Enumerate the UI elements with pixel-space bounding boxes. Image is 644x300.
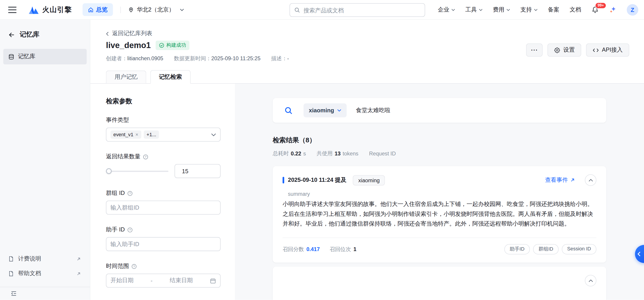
result-count-input[interactable] <box>174 164 220 178</box>
search-params-panel: 检索参数 事件类型 event_v1 × +1... 返回结果数量 ? <box>90 84 235 300</box>
hamburger-menu-icon[interactable] <box>8 6 16 13</box>
top-navigation-bar: 火山引擎 总览 华北2（北京） 企业 <box>0 0 644 20</box>
accent-bar <box>282 177 284 183</box>
search-icon <box>294 7 300 13</box>
desc-label: 描述： <box>271 55 287 62</box>
region-selector[interactable]: 华北2（北京） <box>128 6 184 13</box>
event-type-tag: event_v1 × <box>110 130 141 138</box>
sidebar-header: 记忆库 <box>0 20 90 39</box>
event-type-select[interactable]: event_v1 × +1... <box>106 128 220 142</box>
summary-label: summary <box>288 191 596 197</box>
volcengine-logo[interactable]: 火山引擎 <box>29 5 72 14</box>
tab-user-memory[interactable]: 用户记忆 <box>106 71 146 83</box>
tag-assistant-id[interactable]: 助手ID <box>504 244 530 254</box>
query-text[interactable]: 食堂太难吃啦 <box>356 107 390 114</box>
sidebar-link-help[interactable]: 帮助文档 <box>0 266 90 281</box>
time-range-picker[interactable]: 开始日期 - 结束日期 <box>106 274 220 288</box>
menu-docs[interactable]: 文档 <box>570 6 581 13</box>
recall-rank: 召回位次 1 <box>330 246 356 253</box>
recall-score: 召回分数 0.417 <box>282 246 320 253</box>
breadcrumb-back[interactable]: 返回记忆库列表 <box>106 30 152 37</box>
home-icon <box>88 7 94 12</box>
menu-enterprise[interactable]: 企业 <box>438 6 455 13</box>
params-title: 检索参数 <box>106 97 220 106</box>
external-link-icon <box>76 271 81 276</box>
memory-db-icon <box>8 53 14 59</box>
view-event-link[interactable]: 查看事件 <box>545 176 575 184</box>
notification-badge: 99+ <box>595 2 606 8</box>
slider-track <box>106 171 168 172</box>
code-icon <box>593 47 599 53</box>
left-sidebar: 记忆库 记忆库 计费说明 帮助文档 <box>0 20 90 300</box>
tag-session-id[interactable]: Session ID <box>562 244 596 254</box>
nav-overview-button[interactable]: 总览 <box>83 3 113 16</box>
chevron-down-icon <box>180 8 184 11</box>
group-id-input[interactable] <box>110 204 216 211</box>
api-access-button[interactable]: API接入 <box>586 43 629 57</box>
svg-text:?: ? <box>145 155 146 159</box>
sidebar-item-label: 记忆库 <box>18 53 35 60</box>
location-pin-icon <box>128 7 134 12</box>
collapse-card-button[interactable] <box>585 174 596 186</box>
menu-support[interactable]: 支持 <box>520 6 538 13</box>
ai-sparkle-icon[interactable] <box>609 6 616 13</box>
top-right-menu: 企业 工具 费用 支持 备案 文档 99+ <box>438 0 638 20</box>
user-avatar[interactable]: Z <box>627 4 638 15</box>
sidebar-link-billing[interactable]: 计费说明 <box>0 252 90 266</box>
global-search[interactable] <box>290 3 425 17</box>
assistant-id-label: 助手 ID ? <box>106 226 220 234</box>
assistant-id-input[interactable] <box>110 241 216 248</box>
sidebar-title: 记忆库 <box>20 30 39 39</box>
question-circle-icon[interactable]: ? <box>132 264 137 269</box>
creator-value: litianchen.0905 <box>127 55 163 62</box>
menu-tools[interactable]: 工具 <box>466 6 482 13</box>
question-circle-icon[interactable]: ? <box>127 227 133 233</box>
close-icon[interactable]: × <box>136 132 138 137</box>
sidebar-item-memory[interactable]: 记忆库 <box>4 49 87 64</box>
main-content: 返回记忆库列表 live_demo1 构建成功 创建者：litianchen.0… <box>90 20 644 300</box>
end-date-placeholder[interactable]: 结束日期 <box>170 277 193 285</box>
menu-icp[interactable]: 备案 <box>548 6 559 13</box>
collapse-sidebar-icon <box>10 291 17 297</box>
start-date-placeholder[interactable]: 开始日期 <box>110 277 134 285</box>
chevron-down-icon <box>211 133 216 136</box>
page-meta: 创建者：litianchen.0905 数据更新时间：2025-09-10 11… <box>106 55 289 62</box>
external-link-icon <box>570 178 575 183</box>
divider <box>120 6 121 13</box>
global-search-input[interactable] <box>304 7 420 13</box>
svg-text:?: ? <box>129 228 131 231</box>
page-header: 返回记忆库列表 live_demo1 构建成功 创建者：litianchen.0… <box>90 20 644 84</box>
region-label: 华北2（北京） <box>137 6 174 13</box>
event-type-more-tag: +1... <box>144 130 159 138</box>
sidebar-footer: 计费说明 帮助文档 <box>0 252 90 281</box>
settings-button[interactable]: 设置 <box>548 43 581 57</box>
result-count-slider[interactable] <box>106 168 168 174</box>
more-button[interactable]: ··· <box>526 43 543 57</box>
menu-billing[interactable]: 费用 <box>493 6 510 13</box>
collapse-card-button[interactable] <box>585 275 596 287</box>
back-arrow-icon[interactable] <box>8 31 15 38</box>
updated-value: 2025-09-10 11:25:25 <box>211 55 260 62</box>
notifications[interactable]: 99+ <box>592 6 599 13</box>
collapse-sidebar-button[interactable] <box>0 287 90 300</box>
desc-value: - <box>287 55 289 62</box>
chevron-left-icon <box>106 31 109 36</box>
external-link-icon <box>76 257 81 261</box>
creator-label: 创建者： <box>106 55 127 62</box>
result-card: 2025-09-10 11:24 提及 xiaoming 查看事件 s <box>273 166 606 263</box>
gear-icon <box>554 47 560 53</box>
event-user-chip: xiaoming <box>353 175 385 185</box>
time-range-label: 时间范围 ? <box>106 263 220 270</box>
question-circle-icon[interactable]: ? <box>127 191 133 196</box>
calendar-icon <box>210 278 216 284</box>
tag-group-id[interactable]: 群组ID <box>533 244 559 254</box>
slider-handle[interactable] <box>106 168 112 174</box>
volcengine-logo-icon <box>29 5 39 14</box>
query-user-dropdown[interactable]: xiaoming <box>304 103 347 117</box>
tab-memory-retrieval[interactable]: 记忆检索 <box>150 70 190 84</box>
search-icon[interactable] <box>284 106 293 115</box>
question-circle-icon[interactable]: ? <box>143 154 148 159</box>
query-bar: xiaoming 食堂太难吃啦 <box>273 98 606 123</box>
request-id[interactable]: Request ID <box>369 150 396 157</box>
chevron-down-icon <box>337 109 342 112</box>
